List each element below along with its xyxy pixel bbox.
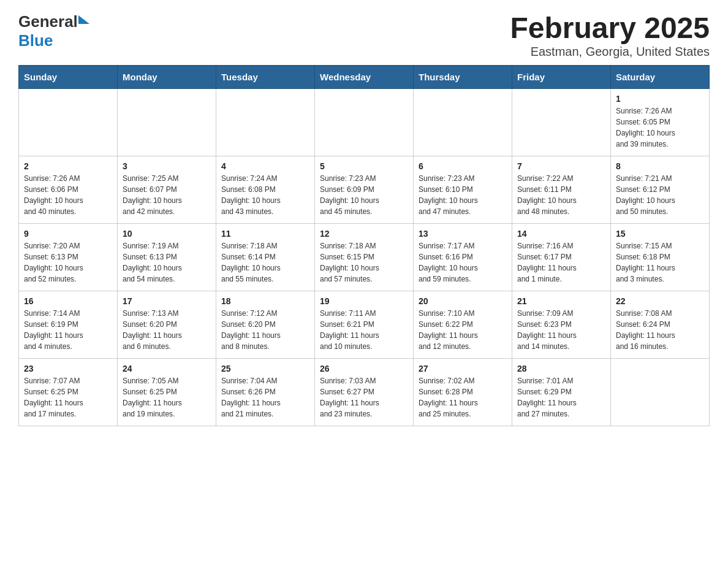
day-number: 28 <box>517 364 605 373</box>
calendar-day-cell: 22Sunrise: 7:08 AMSunset: 6:24 PMDayligh… <box>611 291 710 358</box>
day-number: 26 <box>320 364 408 373</box>
calendar-week-row: 1Sunrise: 7:26 AMSunset: 6:05 PMDaylight… <box>19 88 710 156</box>
day-info: Sunrise: 7:12 AMSunset: 6:20 PMDaylight:… <box>221 308 309 352</box>
day-info: Sunrise: 7:18 AMSunset: 6:14 PMDaylight:… <box>221 240 309 285</box>
calendar-day-cell <box>118 88 216 156</box>
day-info: Sunrise: 7:11 AMSunset: 6:21 PMDaylight:… <box>320 308 408 352</box>
day-info: Sunrise: 7:15 AMSunset: 6:18 PMDaylight:… <box>616 240 704 285</box>
day-info: Sunrise: 7:18 AMSunset: 6:15 PMDaylight:… <box>320 240 408 285</box>
logo-triangle-icon <box>78 15 89 26</box>
calendar-week-row: 23Sunrise: 7:07 AMSunset: 6:25 PMDayligh… <box>19 358 710 426</box>
calendar-day-cell <box>512 88 611 156</box>
day-number: 23 <box>24 364 112 373</box>
day-info: Sunrise: 7:22 AMSunset: 6:11 PMDaylight:… <box>517 173 605 217</box>
day-number: 14 <box>517 229 605 239</box>
day-info: Sunrise: 7:24 AMSunset: 6:08 PMDaylight:… <box>221 173 309 217</box>
day-number: 18 <box>221 296 309 306</box>
day-number: 17 <box>123 296 211 306</box>
calendar-day-cell: 14Sunrise: 7:16 AMSunset: 6:17 PMDayligh… <box>512 223 611 291</box>
day-number: 4 <box>221 161 309 171</box>
calendar-day-cell: 15Sunrise: 7:15 AMSunset: 6:18 PMDayligh… <box>611 223 710 291</box>
calendar-day-cell: 3Sunrise: 7:25 AMSunset: 6:07 PMDaylight… <box>118 156 216 223</box>
calendar-day-cell <box>216 88 315 156</box>
day-info: Sunrise: 7:05 AMSunset: 6:25 PMDaylight:… <box>123 375 211 419</box>
calendar-day-cell: 7Sunrise: 7:22 AMSunset: 6:11 PMDaylight… <box>512 156 611 223</box>
page-subtitle: Eastman, Georgia, United States <box>510 45 710 59</box>
day-info: Sunrise: 7:16 AMSunset: 6:17 PMDaylight:… <box>517 240 605 285</box>
day-number: 15 <box>616 229 704 239</box>
day-info: Sunrise: 7:26 AMSunset: 6:05 PMDaylight:… <box>616 105 704 150</box>
logo-general-text: General <box>18 12 78 31</box>
calendar-day-cell: 13Sunrise: 7:17 AMSunset: 6:16 PMDayligh… <box>414 223 512 291</box>
calendar-day-cell: 20Sunrise: 7:10 AMSunset: 6:22 PMDayligh… <box>414 291 512 358</box>
calendar-day-cell: 8Sunrise: 7:21 AMSunset: 6:12 PMDaylight… <box>611 156 710 223</box>
calendar-day-cell: 4Sunrise: 7:24 AMSunset: 6:08 PMDaylight… <box>216 156 315 223</box>
header-monday: Monday <box>118 65 216 88</box>
day-info: Sunrise: 7:01 AMSunset: 6:29 PMDaylight:… <box>517 375 605 419</box>
calendar-day-cell: 6Sunrise: 7:23 AMSunset: 6:10 PMDaylight… <box>414 156 512 223</box>
day-number: 19 <box>320 296 408 306</box>
day-number: 12 <box>320 229 408 239</box>
day-number: 16 <box>24 296 112 306</box>
calendar-day-cell: 1Sunrise: 7:26 AMSunset: 6:05 PMDaylight… <box>611 88 710 156</box>
calendar-day-cell: 19Sunrise: 7:11 AMSunset: 6:21 PMDayligh… <box>315 291 414 358</box>
day-info: Sunrise: 7:04 AMSunset: 6:26 PMDaylight:… <box>221 375 309 419</box>
day-number: 20 <box>419 296 507 306</box>
calendar-day-cell <box>315 88 414 156</box>
calendar-day-cell: 5Sunrise: 7:23 AMSunset: 6:09 PMDaylight… <box>315 156 414 223</box>
calendar-day-cell: 16Sunrise: 7:14 AMSunset: 6:19 PMDayligh… <box>19 291 118 358</box>
day-info: Sunrise: 7:23 AMSunset: 6:09 PMDaylight:… <box>320 173 408 217</box>
calendar-table: Sunday Monday Tuesday Wednesday Thursday… <box>18 65 710 426</box>
calendar-day-cell: 25Sunrise: 7:04 AMSunset: 6:26 PMDayligh… <box>216 358 315 426</box>
day-number: 2 <box>24 161 112 171</box>
day-number: 22 <box>616 296 704 306</box>
calendar-week-row: 16Sunrise: 7:14 AMSunset: 6:19 PMDayligh… <box>19 291 710 358</box>
day-info: Sunrise: 7:26 AMSunset: 6:06 PMDaylight:… <box>24 173 112 217</box>
day-number: 21 <box>517 296 605 306</box>
calendar-day-cell: 21Sunrise: 7:09 AMSunset: 6:23 PMDayligh… <box>512 291 611 358</box>
day-number: 10 <box>123 229 211 239</box>
calendar-day-cell: 2Sunrise: 7:26 AMSunset: 6:06 PMDaylight… <box>19 156 118 223</box>
header-saturday: Saturday <box>611 65 710 88</box>
calendar-day-cell: 26Sunrise: 7:03 AMSunset: 6:27 PMDayligh… <box>315 358 414 426</box>
day-info: Sunrise: 7:17 AMSunset: 6:16 PMDaylight:… <box>419 240 507 285</box>
day-info: Sunrise: 7:08 AMSunset: 6:24 PMDaylight:… <box>616 308 704 352</box>
day-info: Sunrise: 7:03 AMSunset: 6:27 PMDaylight:… <box>320 375 408 419</box>
day-number: 13 <box>419 229 507 239</box>
calendar-day-cell: 18Sunrise: 7:12 AMSunset: 6:20 PMDayligh… <box>216 291 315 358</box>
day-info: Sunrise: 7:23 AMSunset: 6:10 PMDaylight:… <box>419 173 507 217</box>
day-info: Sunrise: 7:14 AMSunset: 6:19 PMDaylight:… <box>24 308 112 352</box>
calendar-day-cell: 12Sunrise: 7:18 AMSunset: 6:15 PMDayligh… <box>315 223 414 291</box>
day-info: Sunrise: 7:25 AMSunset: 6:07 PMDaylight:… <box>123 173 211 217</box>
calendar-day-cell <box>611 358 710 426</box>
calendar-day-cell: 23Sunrise: 7:07 AMSunset: 6:25 PMDayligh… <box>19 358 118 426</box>
calendar-body: 1Sunrise: 7:26 AMSunset: 6:05 PMDaylight… <box>19 88 710 426</box>
day-info: Sunrise: 7:10 AMSunset: 6:22 PMDaylight:… <box>419 308 507 352</box>
calendar-week-row: 9Sunrise: 7:20 AMSunset: 6:13 PMDaylight… <box>19 223 710 291</box>
header-tuesday: Tuesday <box>216 65 315 88</box>
page-header: General Blue February 2025 Eastman, Geor… <box>18 12 710 59</box>
day-info: Sunrise: 7:21 AMSunset: 6:12 PMDaylight:… <box>616 173 704 217</box>
calendar-day-cell: 11Sunrise: 7:18 AMSunset: 6:14 PMDayligh… <box>216 223 315 291</box>
day-number: 7 <box>517 161 605 171</box>
title-block: February 2025 Eastman, Georgia, United S… <box>510 12 710 59</box>
logo: General Blue <box>18 12 89 50</box>
days-of-week-row: Sunday Monday Tuesday Wednesday Thursday… <box>19 65 710 88</box>
day-number: 3 <box>123 161 211 171</box>
logo-blue-text: Blue <box>18 31 53 50</box>
day-info: Sunrise: 7:09 AMSunset: 6:23 PMDaylight:… <box>517 308 605 352</box>
day-number: 8 <box>616 161 704 171</box>
day-number: 25 <box>221 364 309 373</box>
header-friday: Friday <box>512 65 611 88</box>
svg-marker-0 <box>78 15 89 24</box>
header-wednesday: Wednesday <box>315 65 414 88</box>
calendar-day-cell <box>19 88 118 156</box>
day-info: Sunrise: 7:13 AMSunset: 6:20 PMDaylight:… <box>123 308 211 352</box>
header-sunday: Sunday <box>19 65 118 88</box>
calendar-week-row: 2Sunrise: 7:26 AMSunset: 6:06 PMDaylight… <box>19 156 710 223</box>
day-info: Sunrise: 7:07 AMSunset: 6:25 PMDaylight:… <box>24 375 112 419</box>
day-number: 1 <box>616 94 704 104</box>
calendar-day-cell: 10Sunrise: 7:19 AMSunset: 6:13 PMDayligh… <box>118 223 216 291</box>
calendar-day-cell: 17Sunrise: 7:13 AMSunset: 6:20 PMDayligh… <box>118 291 216 358</box>
page-title: February 2025 <box>510 12 710 45</box>
